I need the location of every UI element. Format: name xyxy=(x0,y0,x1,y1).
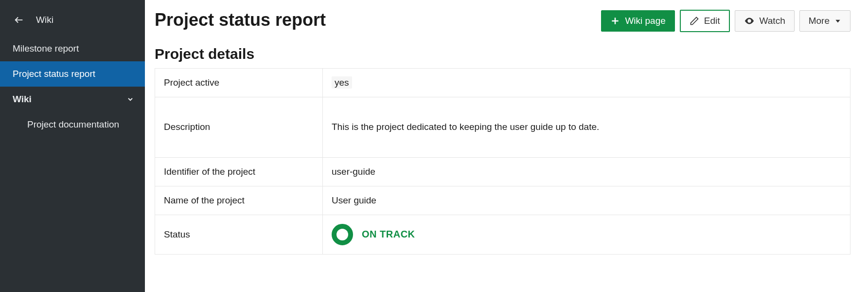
button-label: Edit xyxy=(704,16,720,26)
wiki-page-button[interactable]: Wiki page xyxy=(601,10,674,32)
chevron-down-icon xyxy=(126,95,134,103)
page-title: Project status report xyxy=(155,10,326,30)
table-row: Identifier of the project user-guide xyxy=(155,157,850,186)
action-bar: Wiki page Edit Watch More xyxy=(601,10,850,32)
sidebar-item-project-status-report[interactable]: Project status report xyxy=(0,61,145,87)
edit-button[interactable]: Edit xyxy=(680,10,730,32)
button-label: Watch xyxy=(760,16,785,26)
watch-button[interactable]: Watch xyxy=(735,10,795,32)
project-details-table: Project active yes Description This is t… xyxy=(155,68,850,255)
status-text: ON TRACK xyxy=(362,229,415,240)
svg-marker-4 xyxy=(835,20,840,23)
detail-value-text: yes xyxy=(332,76,352,89)
table-row: Project active yes xyxy=(155,69,850,97)
detail-label: Description xyxy=(155,97,323,158)
table-row: Name of the project User guide xyxy=(155,186,850,215)
sidebar: Wiki Milestone report Project status rep… xyxy=(0,0,145,292)
section-title: Project details xyxy=(155,46,850,62)
eye-icon xyxy=(744,16,755,26)
detail-value-text: This is the project dedicated to keeping… xyxy=(332,122,599,132)
sidebar-item-wiki[interactable]: Wiki xyxy=(0,87,145,112)
detail-label: Identifier of the project xyxy=(155,157,323,186)
sidebar-item-label: Milestone report xyxy=(13,43,79,54)
more-button[interactable]: More xyxy=(799,10,850,32)
sidebar-item-milestone-report[interactable]: Milestone report xyxy=(0,36,145,61)
sidebar-title: Wiki xyxy=(36,15,53,25)
button-label: Wiki page xyxy=(625,16,665,26)
svg-point-3 xyxy=(748,20,750,22)
detail-value: User guide xyxy=(323,186,850,215)
sidebar-item-label: Wiki xyxy=(13,94,32,105)
topbar: Project status report Wiki page Edit Wat… xyxy=(155,10,850,32)
table-row: Status ON TRACK xyxy=(155,215,850,254)
detail-value: This is the project dedicated to keeping… xyxy=(323,97,850,158)
table-row: Description This is the project dedicate… xyxy=(155,97,850,158)
detail-value: user-guide xyxy=(323,157,850,186)
main-content: Project status report Wiki page Edit Wat… xyxy=(145,0,868,292)
detail-label: Status xyxy=(155,215,323,254)
detail-value: ON TRACK xyxy=(323,215,850,254)
plus-icon xyxy=(610,16,620,26)
sidebar-header: Wiki xyxy=(0,10,145,36)
sidebar-subitem-project-documentation[interactable]: Project documentation xyxy=(0,112,145,137)
detail-value: yes xyxy=(323,69,850,97)
back-arrow-icon[interactable] xyxy=(14,15,24,25)
caret-down-icon xyxy=(834,18,841,24)
sidebar-item-label: Project status report xyxy=(13,69,95,79)
detail-label: Project active xyxy=(155,69,323,97)
sidebar-item-label: Project documentation xyxy=(27,119,119,129)
pencil-icon xyxy=(690,16,699,26)
detail-label: Name of the project xyxy=(155,186,323,215)
button-label: More xyxy=(809,16,830,26)
status-indicator-icon xyxy=(332,224,353,245)
